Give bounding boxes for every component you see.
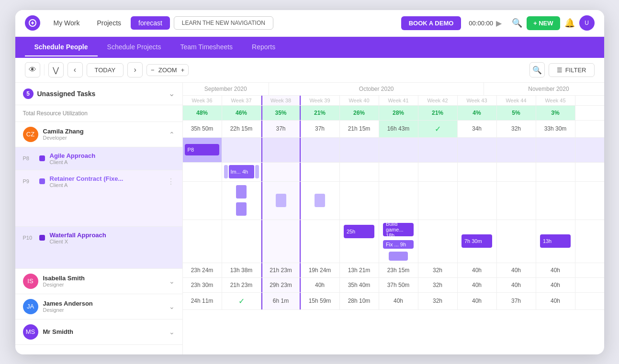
- p9-doc4[interactable]: [315, 194, 325, 207]
- project-row-p8[interactable]: P8 Agile Approach Client A: [15, 147, 182, 170]
- camila-hours-row: 35h 50m 22h 15m 37h 37h 21h 15m 16h 43m …: [183, 121, 604, 138]
- project-menu-p9[interactable]: ⋮: [167, 177, 175, 186]
- unassigned-count: 5: [23, 88, 34, 99]
- isabella-h38: 21h 23m: [261, 263, 301, 277]
- p8-bar-40: [340, 138, 379, 162]
- p8-bar-36[interactable]: P8: [183, 138, 222, 162]
- tab-schedule-projects[interactable]: Schedule Projects: [98, 38, 171, 56]
- camila-h45: 33h 30m: [536, 121, 575, 137]
- chevron-up-icon[interactable]: ⌃: [169, 131, 175, 138]
- nav-forecast[interactable]: forecast: [131, 16, 170, 30]
- project-info-p8: Agile Approach Client A: [50, 152, 175, 165]
- chevron-down-icon-smidth[interactable]: ⌄: [169, 328, 175, 336]
- tab-reports[interactable]: Reports: [242, 38, 285, 56]
- person-name-camila: Camila Zhang: [43, 128, 164, 135]
- timer-play-icon[interactable]: ▶: [496, 19, 502, 28]
- p9-doc3[interactable]: [276, 194, 286, 207]
- week-42: Week 42: [418, 96, 458, 105]
- project-row-p10[interactable]: P10 Waterfall Approach Client X: [15, 227, 182, 269]
- filter-button[interactable]: ☰ FILTER: [549, 63, 595, 77]
- util-44: 5%: [497, 106, 536, 120]
- person-name-smidth: Mr Smidth: [43, 328, 164, 335]
- week-row: Week 36 Week 37 Week 38 Week 39 Week 40 …: [183, 96, 604, 106]
- today-button[interactable]: TODAY: [87, 63, 124, 77]
- p8-gantt-row: P8: [183, 138, 604, 163]
- zoom-plus-icon[interactable]: +: [181, 66, 185, 74]
- avatar-camila: CZ: [23, 127, 38, 142]
- p9-r2-38: [261, 182, 301, 220]
- chevron-down-icon-james[interactable]: ⌄: [169, 303, 175, 310]
- p10-bar1[interactable]: 25h: [344, 225, 374, 238]
- camila-h43: 34h: [458, 121, 497, 137]
- smidth-h41: 40h: [379, 293, 418, 309]
- nav-projects[interactable]: Projects: [89, 16, 129, 30]
- project-info-p10: Waterfall Approach Client X: [50, 232, 175, 244]
- search-button[interactable]: 🔍: [509, 15, 525, 31]
- isabella-h45: 40h: [536, 263, 575, 277]
- chevron-down-icon-isabella[interactable]: ⌄: [169, 277, 175, 285]
- person-role-camila: Developer: [43, 135, 164, 141]
- p10-37: [222, 220, 261, 263]
- james-h37: 21h 23m: [222, 278, 261, 292]
- project-row-p9[interactable]: P9 Retainer Contract (Fixe... Client A ⋮: [15, 170, 182, 227]
- p9-r1-37[interactable]: Im... 4h: [222, 163, 261, 181]
- project-client-p9: Client A: [50, 182, 162, 188]
- person-row-isabella: IS Isabella Smith Designer ⌄: [15, 269, 182, 294]
- util-42: 21%: [418, 106, 458, 120]
- p10-36: [183, 220, 222, 263]
- notifications-button[interactable]: 🔔: [562, 15, 577, 31]
- book-demo-button[interactable]: BOOK A DEMO: [401, 16, 461, 30]
- camila-h39: 37h: [301, 121, 340, 137]
- search-icon-toolbar[interactable]: 🔍: [529, 62, 545, 77]
- p10-40: 25h: [340, 220, 379, 263]
- james-h43: 40h: [458, 278, 497, 292]
- prev-button[interactable]: ‹: [68, 62, 83, 77]
- project-color-p9: [39, 178, 45, 184]
- isabella-h41: 23h 15m: [379, 263, 418, 277]
- next-button[interactable]: ›: [127, 62, 143, 77]
- util-39: 21%: [301, 106, 340, 120]
- zoom-control[interactable]: − ZOOM +: [146, 64, 189, 76]
- p9-bar-left: [224, 165, 228, 178]
- smidth-h42: 32h: [418, 293, 458, 309]
- tab-team-timesheets[interactable]: Team Timesheets: [170, 38, 242, 56]
- collapse-button[interactable]: ⋁: [48, 62, 64, 77]
- nav-learn[interactable]: LEARN THE NEW NAVIGATION: [174, 16, 273, 30]
- p8-bar-45: [536, 138, 575, 162]
- p9-r1-38: [261, 163, 301, 181]
- p9-gantt-row1: Im... 4h: [183, 163, 604, 182]
- p9-r2-42: [418, 182, 458, 220]
- user-avatar[interactable]: U: [579, 15, 595, 31]
- james-h41: 37h 50m: [379, 278, 418, 292]
- smidth-h37: ✓: [222, 293, 261, 309]
- unassigned-chevron-icon[interactable]: ⌄: [169, 89, 175, 98]
- week-37: Week 37: [222, 96, 261, 105]
- p10-42: [418, 220, 458, 263]
- tab-schedule-people[interactable]: Schedule People: [25, 38, 98, 56]
- p10-bar6[interactable]: 13h: [540, 234, 571, 248]
- isabella-h44: 40h: [497, 263, 536, 277]
- p10-bar2[interactable]: Build game... 18h: [383, 223, 414, 236]
- p9-r2-40: [340, 182, 379, 220]
- week-45: Week 45: [536, 96, 575, 105]
- person-row-camila: CZ Camila Zhang Developer ⌃: [15, 122, 182, 147]
- view-toggle-button[interactable]: 👁: [25, 62, 40, 77]
- nav-my-work[interactable]: My Work: [46, 16, 88, 30]
- zoom-minus-icon[interactable]: −: [151, 66, 155, 74]
- camila-h44: 32h: [497, 121, 536, 137]
- james-h38: 29h 23m: [261, 278, 301, 292]
- p10-bar3[interactable]: Fix ... 9h: [383, 240, 414, 249]
- p8-task-bar[interactable]: P8: [185, 144, 220, 155]
- p9-bar-main[interactable]: Im... 4h: [229, 165, 254, 178]
- p10-bar4[interactable]: [389, 252, 408, 261]
- left-panel: 5 Unassigned Tasks ⌄ Total Resource Util…: [15, 83, 183, 354]
- new-button[interactable]: + NEW: [527, 16, 560, 30]
- p9-doc2[interactable]: [236, 202, 247, 216]
- p10-bar5[interactable]: 7h 30m: [461, 234, 492, 248]
- avatar-james: JA: [23, 299, 38, 314]
- p9-doc1[interactable]: [236, 185, 247, 199]
- p10-41: Build game... 18h Fix ... 9h: [379, 220, 418, 263]
- project-client-p10: Client X: [50, 239, 175, 244]
- project-id-p8: P8: [23, 155, 34, 161]
- p9-r2-39: [301, 182, 340, 220]
